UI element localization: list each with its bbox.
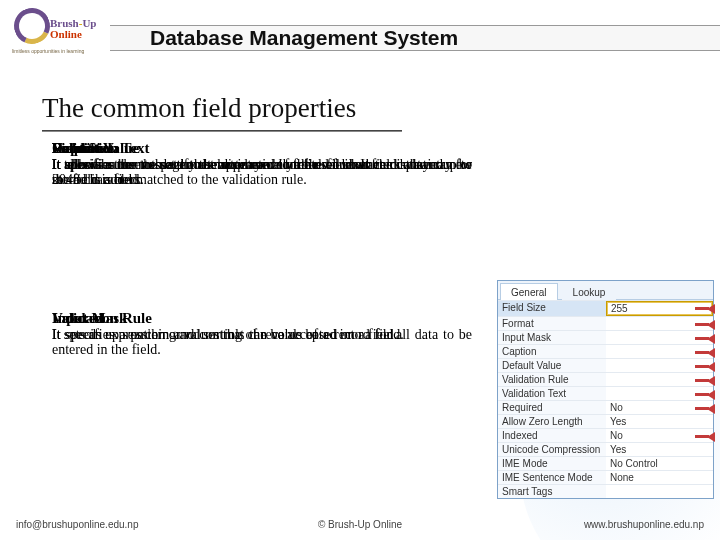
property-row[interactable]: Validation Text	[498, 386, 713, 400]
property-row[interactable]: RequiredNo	[498, 400, 713, 414]
property-value[interactable]	[606, 485, 713, 498]
footer-copyright: © Brush-Up Online	[245, 519, 474, 530]
property-value[interactable]: Yes	[606, 443, 713, 456]
property-key: Allow Zero Length	[498, 415, 606, 428]
property-row[interactable]: Allow Zero LengthYes	[498, 414, 713, 428]
page-title: Database Management System	[150, 26, 458, 50]
property-key: IME Mode	[498, 457, 606, 470]
panel-tabs: General Lookup	[498, 281, 713, 300]
definition-body: It tells whether the data must be entere…	[52, 157, 472, 172]
footer: info@brushuponline.edu.np © Brush-Up Onl…	[0, 519, 720, 530]
pointer-arrow-icon	[693, 431, 717, 441]
content-area: Field SizeIt allows a user to set the ma…	[0, 140, 720, 485]
property-row[interactable]: IME Sentence ModeNone	[498, 470, 713, 484]
brand-name-b: Up	[82, 17, 96, 29]
logo-ring-icon	[9, 3, 55, 49]
property-row[interactable]: Format	[498, 316, 713, 330]
brand-tagline: limitless opportunities in learning	[12, 48, 84, 54]
pointer-arrow-icon	[693, 303, 717, 313]
property-key: Smart Tags	[498, 485, 606, 498]
definition-heading: Required	[52, 140, 472, 157]
pointer-arrow-icon	[693, 319, 717, 329]
property-key: Input Mask	[498, 331, 606, 344]
property-key: Validation Text	[498, 387, 606, 400]
panel-rows: Field Size255FormatInput MaskCaptionDefa…	[498, 300, 713, 498]
property-key: Default Value	[498, 359, 606, 372]
property-value[interactable]: None	[606, 471, 713, 484]
header: Brush-Up Online limitless opportunities …	[0, 0, 720, 75]
property-row[interactable]: Field Size255	[498, 300, 713, 316]
property-row[interactable]: IndexedNo	[498, 428, 713, 442]
pointer-arrow-icon	[693, 403, 717, 413]
property-key: Format	[498, 317, 606, 330]
subtitle-wrap: The common field properties	[0, 75, 720, 124]
footer-email: info@brushuponline.edu.np	[16, 519, 245, 530]
definition-body: It speeds up searching and sorting of re…	[52, 327, 472, 342]
property-row[interactable]: Default Value	[498, 358, 713, 372]
footer-website: www.brushuponline.edu.np	[475, 519, 704, 530]
property-row[interactable]: Caption	[498, 344, 713, 358]
subtitle-divider	[42, 130, 402, 132]
pointer-arrow-icon	[693, 361, 717, 371]
property-key: Caption	[498, 345, 606, 358]
property-key: Field Size	[498, 301, 606, 316]
property-row[interactable]: Validation Rule	[498, 372, 713, 386]
property-row[interactable]: Input Mask	[498, 330, 713, 344]
title-bar: Database Management System	[110, 25, 720, 51]
pointer-arrow-icon	[693, 333, 717, 343]
tab-general[interactable]: General	[500, 283, 558, 300]
definition-layer: IndexedIt speeds up searching and sortin…	[52, 310, 472, 342]
property-row[interactable]: Unicode CompressionYes	[498, 442, 713, 456]
property-value[interactable]: No Control	[606, 457, 713, 470]
tab-lookup[interactable]: Lookup	[562, 283, 617, 300]
brand-subname: Online	[50, 28, 82, 40]
pointer-arrow-icon	[693, 347, 717, 357]
pointer-arrow-icon	[693, 389, 717, 399]
property-key: Required	[498, 401, 606, 414]
field-properties-panel: General Lookup Field Size255FormatInput …	[497, 280, 714, 499]
property-row[interactable]: IME ModeNo Control	[498, 456, 713, 470]
property-key: IME Sentence Mode	[498, 471, 606, 484]
subtitle: The common field properties	[42, 93, 720, 124]
property-key: Indexed	[498, 429, 606, 442]
definition-layer: RequiredIt tells whether the data must b…	[52, 140, 472, 172]
property-key: Unicode Compression	[498, 443, 606, 456]
property-key: Validation Rule	[498, 373, 606, 386]
definition-heading: Indexed	[52, 310, 472, 327]
brand-logo: Brush-Up Online limitless opportunities …	[8, 6, 103, 62]
property-row[interactable]: Smart Tags	[498, 484, 713, 498]
pointer-arrow-icon	[693, 375, 717, 385]
property-value[interactable]: Yes	[606, 415, 713, 428]
